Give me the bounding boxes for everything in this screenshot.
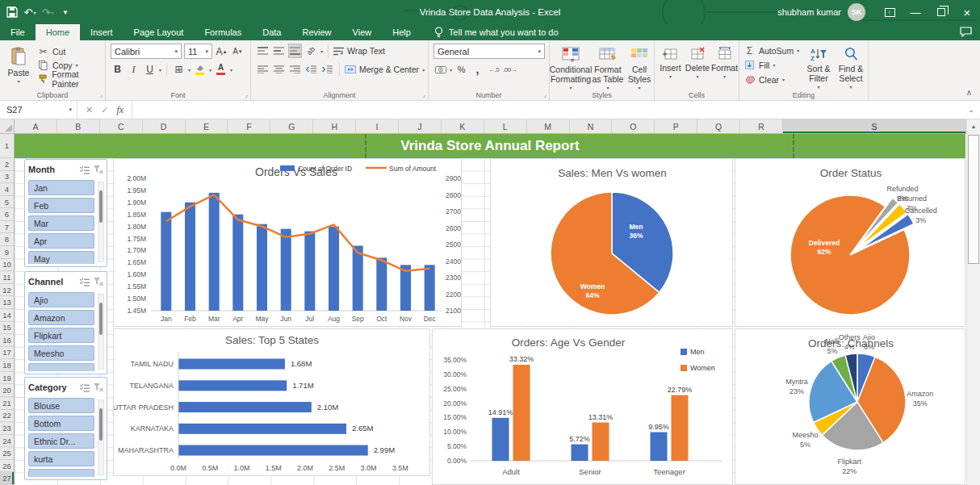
number-dialog-launcher-icon[interactable]: ⌟ [543,91,547,98]
user-name[interactable]: shubham kumar [777,7,841,17]
row-header[interactable]: 17 [0,347,14,360]
row-header[interactable]: 24 [0,435,14,448]
slicer-scrollbar[interactable] [98,399,104,475]
collapse-ribbon-icon[interactable]: ∧ [966,88,972,97]
align-middle-icon[interactable] [272,44,286,58]
align-center-icon[interactable] [272,62,286,77]
select-all-corner[interactable] [0,119,15,134]
row-header[interactable]: 19 [0,372,14,385]
tell-me-box[interactable]: Tell me what you want to do [434,24,559,40]
slicer-item[interactable]: Mar [28,215,94,231]
format-as-table-button[interactable]: Format as Table▾ [590,43,626,91]
undo-icon[interactable]: ↶▾ [23,3,37,21]
insert-cells-button[interactable]: Insert▾ [657,43,684,80]
column-header[interactable]: Q [697,119,740,133]
slicer-item[interactable]: Ajio [28,292,94,307]
chart-orders-age-vs-gender[interactable]: Orders: Age Vs GenderMenWomen35.00%30.00… [432,328,733,485]
decrease-font-icon[interactable]: A▼ [231,44,245,59]
chart-orders-channels[interactable]: Orders: ChannelsAjio6%Amazon35%Flipkart2… [735,328,965,485]
column-header[interactable]: N [570,119,613,133]
column-header[interactable]: A [15,119,57,133]
minimize-icon[interactable]: — [903,0,928,24]
insert-function-icon[interactable]: fx [116,104,124,116]
ribbon-tab[interactable]: Help [382,24,421,40]
row-header[interactable]: 14 [0,309,14,322]
number-format-combo[interactable]: General▾ [433,44,545,59]
column-header[interactable]: D [143,119,186,133]
ribbon-tab[interactable]: View [342,24,383,40]
column-header[interactable]: K [442,119,484,133]
slicer-item[interactable]: Ethnic Dr... [28,433,94,449]
increase-font-icon[interactable]: A▲ [215,44,228,59]
avatar[interactable]: SK [848,3,865,21]
row-header[interactable]: 2 [0,158,14,171]
row-header[interactable]: 7 [0,221,14,234]
column-header[interactable]: I [356,119,399,133]
ribbon-tab[interactable]: Data [252,24,291,40]
cell-styles-button[interactable]: Cell Styles▾ [626,43,653,91]
merge-center-button[interactable]: Merge & Center▾ [345,63,425,77]
align-right-icon[interactable] [288,62,302,77]
dashboard-title-cell[interactable]: Vrinda Store Annual Report [15,134,965,158]
row-header[interactable]: 8 [0,233,14,246]
decrease-indent-icon[interactable] [304,62,318,77]
row-header[interactable]: 12 [0,284,14,297]
font-dialog-launcher-icon[interactable]: ⌟ [245,91,248,98]
italic-button[interactable]: I [127,62,140,77]
slicer-channel[interactable]: Channel AjioAmazonFlipkartMeesho [24,271,107,374]
slicer-item[interactable] [28,363,94,371]
scroll-up-icon[interactable]: ▲ [967,119,980,133]
chart-orders-vs-sales[interactable]: Orders Vs SalesCount of Order IDSum of A… [113,158,462,327]
save-icon[interactable] [5,3,19,21]
borders-icon[interactable]: ⊞ [172,62,186,77]
increase-indent-icon[interactable] [320,62,334,77]
row-header[interactable]: 11 [0,271,14,284]
redo-icon[interactable]: ↷▾ [40,3,55,21]
expand-formula-bar-icon[interactable]: ⌄ [962,101,980,119]
slicer-item[interactable] [28,469,94,477]
column-header[interactable]: R [740,119,783,133]
slicer-item[interactable]: Bottom [28,416,94,431]
row-header[interactable]: 6 [0,208,14,221]
format-cells-button[interactable]: Format▾ [711,43,738,80]
column-header[interactable]: E [186,119,228,133]
bold-button[interactable]: B [111,62,124,77]
slicer-item[interactable]: Jan [28,180,94,195]
wrap-text-button[interactable]: Wrap Text [333,44,385,58]
column-header[interactable]: P [655,119,697,133]
row-header[interactable]: 13 [0,296,14,309]
font-color-icon[interactable]: A [214,62,228,77]
customize-qat-icon[interactable]: ▾ [58,3,73,21]
row-header[interactable]: 27 [0,472,14,485]
slicer-scroll-thumb[interactable] [99,408,103,441]
ribbon-tab[interactable]: Home [36,24,80,40]
underline-button[interactable]: U [143,62,157,77]
slicer-scrollbar[interactable] [98,182,104,262]
cut-button[interactable]: ✂Cut [37,44,105,58]
slicer-month[interactable]: Month JanFebMarAprMay [24,159,107,267]
align-top-icon[interactable] [256,44,270,58]
font-name-combo[interactable]: Calibri▾ [111,44,182,59]
ribbon-tab[interactable]: Review [291,24,341,40]
accounting-format-icon[interactable] [433,62,447,77]
formula-input[interactable] [132,101,962,119]
slicer-item[interactable]: Apr [28,233,94,249]
orientation-icon[interactable]: ab [304,44,318,58]
column-header[interactable]: C [100,119,143,133]
vertical-scrollbar[interactable]: ▲ [966,119,980,485]
row-header[interactable]: 4 [0,183,14,196]
column-header[interactable]: G [270,119,313,133]
column-header[interactable]: J [399,119,442,133]
ribbon-tab[interactable]: Page Layout [124,24,195,40]
row-header[interactable]: 16 [0,334,14,347]
decrease-decimal-icon[interactable]: .00→ [503,62,517,77]
sort-filter-button[interactable]: AZ Sort & Filter▾ [802,43,835,90]
clear-button[interactable]: Clear▾ [743,73,799,86]
align-bottom-icon[interactable] [288,44,302,58]
slicer-item[interactable]: May [28,251,94,264]
autosum-button[interactable]: ΣAutoSum▾ [743,44,799,57]
enter-formula-icon[interactable]: ✓ [101,105,108,115]
name-box[interactable]: S27▾ [0,101,77,119]
increase-decimal-icon[interactable]: ←.0 [487,62,500,77]
delete-cells-button[interactable]: Delete▾ [684,43,711,80]
